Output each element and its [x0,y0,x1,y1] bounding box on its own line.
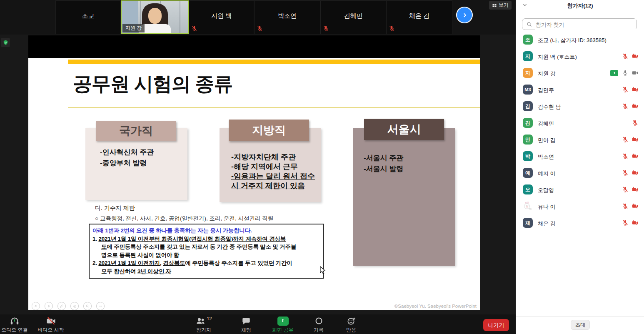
record-button[interactable]: 기록 [301,316,337,334]
shield-check-icon [2,40,9,46]
tile-name: 지원 백 [189,12,254,20]
search-icon [526,21,532,27]
tile-name: 채은 김 [387,12,452,20]
invite-button[interactable]: 초대 [571,320,590,330]
mouse-pointer-icon [320,266,325,275]
participant-row-kim-suhyeon[interactable]: 김 김수현 남 [516,98,644,115]
participants-panel-title: 참가자(12) [516,2,644,10]
panel-footer-divider [516,317,644,317]
camera-off-icon [46,316,56,326]
video-tile-chaeeun-kim[interactable]: 채은 김 [386,0,452,34]
participant-search-box [522,18,637,30]
participant-row-yeji-lee[interactable]: 예 예지 이 [516,165,644,181]
participants-label: 참가자 [186,327,222,334]
participant-row-kim-minju[interactable]: M3 김민주 [516,81,644,98]
grid-view-icon [492,3,497,8]
avatar: 민 [523,135,533,145]
mic-muted-icon [622,103,629,110]
slide-yellow-bar [68,60,480,64]
card-seoul-items: -서울시 주관 -서울시 발령 [364,153,403,174]
participant-row-mina-kim[interactable]: 민 민아 김 [516,131,644,148]
note-line-1: 다. 거주지 제한 [95,204,135,212]
camera-off-icon [632,153,639,160]
mic-muted-icon [632,120,639,126]
mic-muted-icon [191,25,197,32]
participant-name: 조교 (나, 참가자 ID: 363585) [538,37,607,44]
participant-name: 김혜민 [538,120,554,127]
pen-icon [60,304,64,308]
pen-tool-button [57,302,66,310]
participant-name: 오달영 [538,187,554,194]
chat-bubble-icon [242,317,251,326]
mic-muted-icon [622,53,629,60]
share-screen-icon [277,317,289,326]
bullet: -서울시 발령 [364,164,403,174]
camera-off-icon [632,219,639,226]
card-local-header: 지방직 [229,120,309,141]
participant-row-jiwon-baek[interactable]: 지 지원 백 (호스트) [516,48,644,65]
slide-divider-line [68,107,480,108]
camera-off-icon [632,186,639,193]
start-video-button[interactable]: 비디오 시작 [33,316,69,334]
camera-off-icon [632,103,639,110]
participants-button[interactable]: 12 참가자 [186,316,222,334]
bullet: -중앙부처 발령 [100,158,154,169]
participant-row-kim-hyemin[interactable]: 김 김혜민 [516,115,644,131]
participant-name: 유나 이 [538,203,556,211]
share-screen-button[interactable]: 화면 공유 [265,316,301,334]
tile-name: 박소연 [255,12,320,20]
avatar: 조 [523,35,533,45]
video-tile-jiwon-kang[interactable]: 지원 강 [121,0,189,34]
participant-row-yuna-lee[interactable]: 유나 이 [516,198,644,214]
video-tile-park-soyeon[interactable]: 박소연 [254,0,320,34]
mic-muted-icon [622,219,629,226]
participant-row-o-dalyeong[interactable]: 오 오달영 [516,181,644,198]
card-seoul [353,128,455,266]
slide-top-black-bar [28,35,480,58]
card-seoul-header: 서울시 [364,119,444,140]
camera-on-icon [632,70,639,76]
video-tile-kim-hyemin[interactable]: 김혜민 [320,0,386,34]
participants-count: 12 [207,316,212,321]
view-button[interactable]: 보기 [489,1,512,10]
join-audio-button[interactable]: 오디오 연결 [0,316,32,334]
record-label: 기록 [301,327,337,334]
camera-off-icon [632,203,639,209]
people-icon [195,316,206,326]
view-button-label: 보기 [499,2,509,9]
tile-name: 김혜민 [321,12,386,20]
slide-sorter-button [70,302,79,310]
chat-button[interactable]: 채팅 [228,316,264,334]
leave-meeting-button[interactable]: 나가기 [483,319,509,331]
participant-row-jiwon-kang[interactable]: 지 지원 강 [516,65,644,81]
prev-slide-button [32,302,40,310]
video-tile-jogyo[interactable]: 조교 [55,0,121,34]
note-line-2: ○ 교육행정, 전산, 사서, 간호, 공업(일반전기), 조리, 운전, 시설… [95,215,273,222]
slide-credit: ©Saebyeol Yu. Saebyeol's PowerPoint [394,304,477,309]
reactions-label: 반응 [333,327,369,334]
participant-name: 김민주 [538,87,554,94]
reactions-button[interactable]: 반응 [333,316,369,334]
card-national-items: -인사혁신처 주관 -중앙부처 발령 [100,147,154,169]
card-local-items: -지방자치단체 주관 -해당 지역에서 근무 -임용과는 달리 원서 접수시 거… [231,152,320,191]
security-badge[interactable] [1,38,10,47]
video-filmstrip: 조교 지원 강 지원 백 박소연 김혜민 채은 김 [0,0,516,35]
avatar: 오 [523,184,533,194]
participant-row-chaeeun-kim[interactable]: 채 채은 김 [516,214,644,231]
mic-muted-icon [622,186,629,193]
camera-off-icon [632,169,639,176]
participant-name: 김수현 남 [538,103,561,111]
avatar: M3 [523,85,533,95]
avatar: 김 [523,118,533,128]
triangle-right-icon [47,304,51,308]
participant-search-input[interactable] [535,19,636,30]
participant-row-park-soyeon[interactable]: 박 박소연 [516,148,644,165]
participant-row-jogyo[interactable]: 조 조교 (나, 참가자 ID: 363585) [516,31,644,48]
tile-name: 조교 [56,12,120,20]
video-tile-jiwon-baek[interactable]: 지원 백 [189,0,254,34]
avatar-custom-image [523,201,533,211]
chevron-right-icon [461,12,468,19]
avatar: 지 [523,51,533,61]
shared-screen-slide: 공무원 시험의 종류 국가직 -인사혁신처 주관 -중앙부처 발령 지방직 -지… [28,35,480,310]
next-videos-button[interactable] [457,7,472,22]
